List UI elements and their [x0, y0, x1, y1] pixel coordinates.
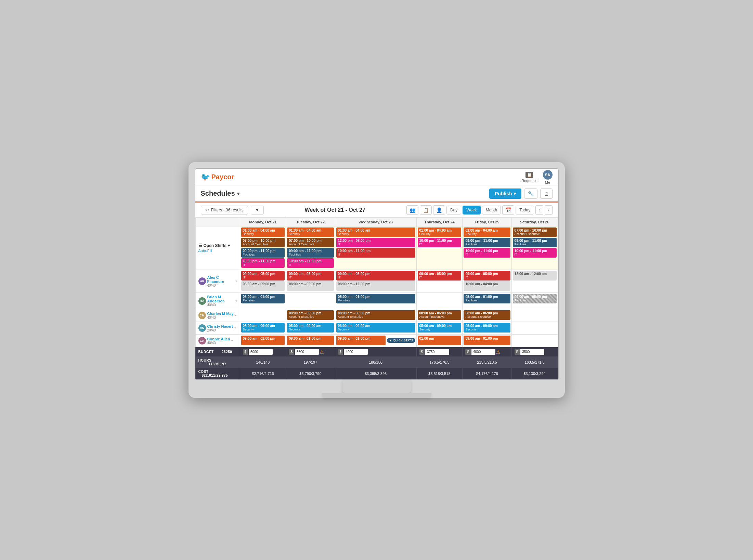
- budget-label: BUDGET: [198, 350, 214, 354]
- shift-block[interactable]: 08:00 am - 05:00 pm: [241, 281, 285, 291]
- col-friday: Friday, Oct 25: [463, 218, 511, 226]
- shift-block[interactable]: 10:00 am - 04:00 pm: [464, 281, 510, 291]
- shift-block[interactable]: 12:00 pm - 08:00 pmIT: [336, 238, 415, 247]
- hours-total: 1189/1197: [209, 362, 226, 366]
- today-button[interactable]: Today: [516, 206, 534, 214]
- schedules-title[interactable]: Schedules ▾: [201, 190, 239, 197]
- shift-block[interactable]: 05:00 am - 01:00 pmFacilities: [241, 294, 285, 303]
- shift-block[interactable]: 09:00 am - 05:00 pmFacilities: [513, 294, 557, 303]
- shift-block[interactable]: 07:00 pm - 10:00 pmAccount Executive: [287, 238, 334, 247]
- top-nav: 🐦 Paycor 📋 Requests SA Me: [195, 169, 558, 185]
- shift-block[interactable]: 01:00 am - 04:00 amSecurity: [336, 227, 415, 237]
- budget-input-friday[interactable]: [471, 349, 495, 355]
- print-button[interactable]: 🖨: [540, 188, 553, 199]
- shift-block[interactable]: 08:00 am - 06:00 pmAccount Executive: [287, 310, 334, 320]
- budget-saturday: $: [511, 347, 558, 357]
- prev-button[interactable]: ‹: [535, 205, 543, 215]
- team-view-icon[interactable]: 👥: [406, 205, 418, 215]
- shift-block[interactable]: 01:00 pm: [418, 336, 462, 345]
- employee-name-cn[interactable]: Christy Nasert: [207, 324, 233, 328]
- employee-name-ba[interactable]: Brian M Anderson: [207, 295, 234, 303]
- shift-block[interactable]: 07:00 pm - 10:00 pmAccount Executive: [241, 238, 285, 247]
- dollar-sign: $: [289, 349, 294, 355]
- next-button[interactable]: ›: [545, 205, 553, 215]
- shift-block[interactable]: 01:00 am - 04:00 amSecurity: [418, 227, 462, 237]
- shift-block[interactable]: 09:00 am - 05:00 pmIT: [464, 271, 510, 281]
- logo: 🐦 Paycor: [201, 173, 234, 182]
- shift-block[interactable]: 05:00 am - 09:00 amSecurity: [464, 323, 510, 333]
- shift-block[interactable]: 10:00 pm - 11:00 pmIT: [513, 248, 557, 258]
- shift-block[interactable]: 01:00 am - 04:00 amSecurity: [287, 227, 334, 237]
- view-controls: 👥 📋 👤 Day Week Month 📅 Today ‹ ›: [406, 205, 553, 215]
- budget-input-saturday[interactable]: [520, 349, 544, 355]
- schedules-label: Schedules: [201, 190, 235, 197]
- shift-block[interactable]: 05:00 am - 09:00 amSecurity: [287, 323, 334, 333]
- avatar-af: AF: [198, 277, 206, 285]
- me-nav[interactable]: SA Me: [543, 170, 553, 184]
- employee-name-cm[interactable]: Charles M May: [207, 312, 234, 316]
- shift-block[interactable]: 08:00 am - 05:00 pm: [287, 281, 334, 291]
- cm-monday: [240, 309, 286, 322]
- budget-input-wrap: $: [419, 349, 460, 355]
- employee-name-ca[interactable]: Connie Allen: [207, 337, 230, 341]
- employee-header-cn: CN Christy Nasert 20/40 ▾: [195, 322, 240, 335]
- ba-wednesday: 05:00 am - 01:00 pmFacilities: [335, 293, 416, 309]
- employee-name-af[interactable]: Alex C Finamore: [207, 275, 234, 284]
- open-shifts-header: ☰ Open Shifts ▾ Auto-Fill: [195, 226, 240, 270]
- shift-block[interactable]: 09:00 pm - 11:00 pmFacilities: [464, 238, 510, 247]
- shift-block[interactable]: 06:00 am - 09:00 amSecurity: [336, 323, 415, 333]
- month-view-button[interactable]: Month: [482, 206, 501, 214]
- shift-block[interactable]: 01:00 am - 04:00 amSecurity: [241, 227, 285, 237]
- budget-input-tuesday[interactable]: [295, 349, 319, 355]
- quick-stats-badge[interactable]: ▼ QUICK STATS: [387, 338, 415, 343]
- shift-block[interactable]: 05:00 am - 01:00 pmFacilities: [464, 294, 510, 303]
- ca-friday: 09:00 am - 01:00 pm: [463, 335, 511, 347]
- person-view-icon[interactable]: 👤: [433, 205, 445, 215]
- shift-block[interactable]: 09:00 am - 05:00 pmIT: [418, 271, 462, 281]
- calendar-icon[interactable]: 📅: [502, 205, 514, 215]
- shift-block[interactable]: 09:00 am - 05:00 pmIT: [287, 271, 334, 281]
- requests-nav[interactable]: 📋 Requests: [521, 172, 537, 183]
- shift-block[interactable]: 08:00 am - 06:00 pmAccount Executive: [464, 310, 510, 320]
- avatar-cn: CN: [198, 324, 206, 332]
- shift-block[interactable]: 09:00 am - 05:00 pmIT: [241, 271, 285, 281]
- employee-hours-ba: 40/40: [207, 303, 234, 307]
- publish-button[interactable]: Publish ▾: [489, 188, 521, 199]
- shift-block[interactable]: 08:00 am - 06:00 pmAccount Executive: [336, 310, 415, 320]
- shift-block[interactable]: 09:00 am - 05:00 pmIT: [336, 271, 415, 281]
- shift-block[interactable]: 08:00 am - 06:00 pmAccount Executive: [418, 310, 462, 320]
- shift-block[interactable]: 01:00 am - 04:00 amSecurity: [464, 227, 510, 237]
- shift-block[interactable]: 10:00 pm - 11:00 pmIT: [287, 258, 334, 268]
- auto-fill-link[interactable]: Auto-Fill: [198, 249, 237, 253]
- cn-friday: 05:00 am - 09:00 amSecurity: [463, 322, 511, 335]
- shift-block[interactable]: 10:00 pm - 11:00 pmIT: [464, 248, 510, 258]
- shift-block[interactable]: 08:00 am - 12:00 pm: [336, 281, 415, 291]
- budget-input-wednesday[interactable]: [344, 349, 368, 355]
- shift-block[interactable]: 09:00 am - 01:00 pm: [336, 336, 386, 345]
- list-view-icon[interactable]: 📋: [420, 205, 432, 215]
- shift-block[interactable]: 09:00 am - 01:00 pm: [241, 336, 285, 345]
- shift-block[interactable]: 09:00 pm - 11:00 pmFacilities: [241, 248, 285, 258]
- shift-block[interactable]: 07:00 pm - 10:00 pmAccount Executive: [513, 227, 557, 237]
- shift-block[interactable]: 10:00 pm - 11:00 pmIT: [418, 238, 462, 247]
- shift-block[interactable]: 10:00 pm - 11:00 pmIT: [241, 258, 285, 268]
- budget-input-monday[interactable]: [249, 349, 273, 355]
- budget-thursday: $: [416, 347, 463, 357]
- shift-block[interactable]: 05:00 am - 09:00 amSecurity: [241, 323, 285, 333]
- filter-options-button[interactable]: ▼: [251, 206, 264, 214]
- shift-block[interactable]: 10:00 pm - 11:00 pmIT: [336, 248, 415, 258]
- shift-block[interactable]: 05:00 am - 01:00 pmFacilities: [336, 294, 415, 303]
- shift-block[interactable]: 12:00 am - 12:00 am: [513, 271, 557, 281]
- settings-button[interactable]: 🔧: [524, 188, 537, 199]
- week-view-button[interactable]: Week: [463, 206, 480, 214]
- shift-block[interactable]: 09:00 am - 01:00 pm: [464, 336, 510, 345]
- shift-block[interactable]: 05:00 am - 09:00 amSecurity: [418, 323, 462, 333]
- toolbar-actions: Publish ▾ 🔧 🖨: [489, 188, 553, 199]
- filter-button[interactable]: ⚙ Filters - 36 results: [201, 206, 248, 214]
- budget-input-thursday[interactable]: [425, 349, 449, 355]
- shift-block[interactable]: 09:00 pm - 11:00 pmFacilities: [513, 238, 557, 247]
- day-view-button[interactable]: Day: [446, 206, 461, 214]
- shift-block[interactable]: 09:00 am - 01:00 pm: [287, 336, 334, 345]
- shift-block[interactable]: 09:00 pm - 11:00 pmFacilities: [287, 248, 334, 258]
- dollar-sign: $: [515, 349, 520, 355]
